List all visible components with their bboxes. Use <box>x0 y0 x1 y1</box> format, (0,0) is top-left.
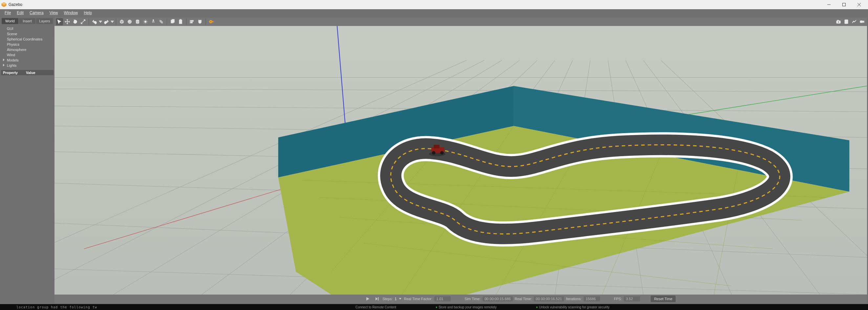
viewport-column: Steps: 1 Real Time Factor: 1.01 Sim Time… <box>55 18 867 303</box>
tree-scene[interactable]: Scene <box>2 31 53 36</box>
tool-scale[interactable] <box>80 18 87 25</box>
svg-point-7 <box>129 21 130 22</box>
promo-3: ▾Unlock vulnerability scanning for great… <box>536 305 610 309</box>
tree-physics[interactable]: Physics <box>2 42 53 47</box>
svg-rect-18 <box>191 20 193 21</box>
svg-point-66 <box>440 151 444 154</box>
undo-dropdown[interactable] <box>99 18 102 25</box>
window-title: Gazebo <box>8 2 22 7</box>
tree-models[interactable]: Models <box>2 58 53 63</box>
os-bottom-fragment: location group had the following tw Conn… <box>0 304 868 310</box>
svg-rect-15 <box>179 20 182 24</box>
tool-undo[interactable] <box>91 18 98 25</box>
menu-help[interactable]: Help <box>81 10 95 16</box>
promo-2: ▾Store and backup your images remotely <box>436 305 497 309</box>
tab-layers[interactable]: Layers <box>36 18 53 24</box>
play-button[interactable] <box>364 295 371 303</box>
svg-point-24 <box>838 21 839 23</box>
simtime-label: Sim Time: <box>465 297 480 301</box>
iter-label: Iterations: <box>566 297 582 301</box>
tree-atmosphere[interactable]: Atmosphere <box>2 47 53 52</box>
svg-rect-14 <box>172 19 174 22</box>
svg-rect-67 <box>378 297 378 301</box>
svg-rect-3 <box>843 3 846 6</box>
svg-rect-29 <box>860 21 863 23</box>
menu-camera[interactable]: Camera <box>27 10 46 16</box>
light-spot[interactable] <box>150 18 157 25</box>
realtime-value: 00 00:00:16.521 <box>534 296 564 302</box>
property-grid: Property Value <box>1 70 54 303</box>
tool-snap[interactable] <box>196 18 204 25</box>
svg-rect-28 <box>845 22 847 22</box>
3d-viewport[interactable] <box>55 26 867 294</box>
svg-rect-27 <box>845 21 847 21</box>
menu-window[interactable]: Window <box>61 10 81 16</box>
shape-sphere[interactable] <box>126 18 133 25</box>
steps-value: 1 <box>395 297 397 301</box>
promo-1: Connect to Remote Content <box>355 305 396 309</box>
tree-lights[interactable]: Lights <box>2 63 53 68</box>
svg-point-12 <box>153 20 154 21</box>
col-property: Property <box>1 70 24 75</box>
steps-dropdown[interactable] <box>399 295 402 303</box>
tool-record[interactable] <box>859 18 866 25</box>
realtime-label: Real Time: <box>515 297 532 301</box>
menu-view[interactable]: View <box>47 10 61 16</box>
tool-paste[interactable] <box>177 18 184 25</box>
tool-translate[interactable] <box>64 18 71 25</box>
shape-box[interactable] <box>118 18 125 25</box>
light-point[interactable] <box>142 18 149 25</box>
tool-rotate[interactable] <box>71 18 79 25</box>
steps-label: Steps: <box>382 297 393 301</box>
tree-gui[interactable]: GUI <box>2 26 53 31</box>
tab-insert[interactable]: Insert <box>19 18 36 24</box>
fps-label: FPS: <box>614 297 622 301</box>
menu-edit[interactable]: Edit <box>14 10 26 16</box>
tool-screenshot[interactable] <box>835 18 842 25</box>
menu-bar: File Edit Camera View Window Help <box>0 9 868 17</box>
tool-plot[interactable] <box>850 18 858 25</box>
terminal-text: location group had the following tw <box>17 305 97 309</box>
main-toolbar <box>55 18 867 26</box>
menu-file[interactable]: File <box>2 10 13 16</box>
col-value: Value <box>24 70 54 75</box>
svg-rect-19 <box>191 22 192 23</box>
gazebo-icon <box>1 2 6 7</box>
world-tree: GUI Scene Spherical Coordinates Physics … <box>1 25 54 69</box>
redo-dropdown[interactable] <box>111 18 114 25</box>
rtf-value: 1.01 <box>434 296 451 302</box>
tool-copy[interactable] <box>169 18 176 25</box>
minimize-button[interactable] <box>822 0 836 9</box>
window-titlebar: Gazebo <box>0 0 868 9</box>
shape-cylinder[interactable] <box>134 18 141 25</box>
maximize-button[interactable] <box>836 0 851 9</box>
tool-select[interactable] <box>56 18 63 25</box>
tree-wind[interactable]: Wind <box>2 52 53 58</box>
left-panel: World Insert Layers GUI Scene Spherical … <box>1 18 54 303</box>
svg-point-22 <box>211 21 211 22</box>
panel-tabs: World Insert Layers <box>1 18 54 25</box>
tree-spherical[interactable]: Spherical Coordinates <box>2 36 53 42</box>
svg-point-10 <box>136 22 139 24</box>
tool-tape-measure[interactable] <box>208 18 215 25</box>
fps-value: 3.52 <box>624 296 640 302</box>
svg-point-65 <box>432 151 436 154</box>
svg-rect-16 <box>180 19 181 20</box>
simtime-value: 00 00:00:15.686 <box>483 296 513 302</box>
reset-time-button[interactable]: Reset Time <box>651 295 676 302</box>
sim-status-bar: Steps: 1 Real Time Factor: 1.01 Sim Time… <box>55 294 867 303</box>
svg-rect-21 <box>212 21 213 22</box>
svg-rect-25 <box>837 20 838 21</box>
light-directional[interactable] <box>158 18 165 25</box>
svg-rect-64 <box>434 145 440 148</box>
tab-world[interactable]: World <box>2 18 19 24</box>
close-button[interactable] <box>851 0 867 9</box>
rtf-label: Real Time Factor: <box>404 297 432 301</box>
tool-redo[interactable] <box>103 18 110 25</box>
tool-log[interactable] <box>843 18 850 25</box>
step-button[interactable] <box>373 295 380 303</box>
svg-point-11 <box>145 21 147 23</box>
iter-value: 15686 <box>584 296 600 302</box>
tool-align[interactable] <box>188 18 196 25</box>
